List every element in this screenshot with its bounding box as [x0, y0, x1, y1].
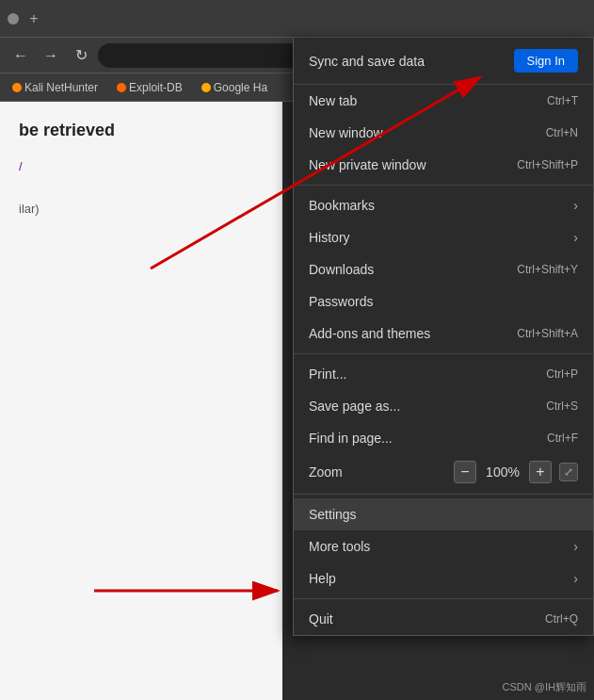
zoom-plus-button[interactable]: + [529, 461, 552, 483]
menu-item-more-tools[interactable]: More tools › [294, 530, 593, 562]
menu-item-downloads[interactable]: Downloads Ctrl+Shift+Y [294, 253, 593, 285]
menu-item-settings[interactable]: Settings [294, 498, 593, 530]
sync-label: Sync and save data [309, 54, 425, 69]
menu-item-help[interactable]: Help › [294, 562, 593, 594]
bookmark-google[interactable]: Google Ha [197, 79, 272, 96]
divider-2 [294, 353, 593, 354]
bookmark-google-icon [201, 83, 211, 92]
bookmark-kali-label: Kali NetHunter [24, 81, 98, 94]
menu-item-new-tab[interactable]: New tab Ctrl+T [294, 85, 593, 117]
tab-add[interactable]: + [24, 9, 43, 28]
help-arrow-icon: › [573, 571, 578, 586]
menu-item-bookmarks[interactable]: Bookmarks › [294, 189, 593, 221]
divider-1 [294, 185, 593, 186]
menu-item-quit[interactable]: Quit Ctrl+Q [294, 603, 593, 635]
page-content: be retrieved / ilar) [0, 102, 282, 700]
bookmarks-arrow-icon: › [573, 198, 578, 213]
back-button[interactable]: ← [8, 42, 34, 69]
menu-item-save-page[interactable]: Save page as... Ctrl+S [294, 390, 593, 422]
forward-button[interactable]: → [38, 42, 64, 69]
tab-close[interactable] [8, 13, 19, 24]
bookmark-google-label: Google Ha [214, 81, 267, 94]
zoom-minus-button[interactable]: − [454, 461, 476, 483]
menu-item-find[interactable]: Find in page... Ctrl+F [294, 422, 593, 454]
zoom-controls: − 100% + ⤢ [454, 461, 578, 483]
menu-item-addons[interactable]: Add-ons and themes Ctrl+Shift+A [294, 317, 593, 350]
menu-item-print[interactable]: Print... Ctrl+P [294, 358, 593, 390]
bookmark-exploitdb-label: Exploit-DB [129, 81, 183, 94]
menu-item-passwords[interactable]: Passwords [294, 285, 593, 317]
page-heading: be retrieved [19, 121, 264, 140]
zoom-expand-button[interactable]: ⤢ [559, 463, 578, 481]
menu-item-new-private[interactable]: New private window Ctrl+Shift+P [294, 149, 593, 181]
page-link[interactable]: / [19, 159, 264, 173]
bookmark-exploitdb-icon [117, 83, 126, 92]
menu-header: Sync and save data Sign In [294, 38, 593, 85]
bookmark-exploitdb[interactable]: Exploit-DB [112, 79, 187, 96]
zoom-value: 100% [484, 464, 522, 480]
page-text: ilar) [19, 202, 264, 216]
menu-item-history[interactable]: History › [294, 221, 593, 253]
browser-chrome: + [0, 0, 594, 38]
bookmark-kali[interactable]: Kali NetHunter [8, 79, 103, 96]
menu-item-new-window[interactable]: New window Ctrl+N [294, 117, 593, 149]
reload-button[interactable]: ↻ [68, 42, 94, 69]
more-tools-arrow-icon: › [573, 539, 578, 554]
sign-in-button[interactable]: Sign In [514, 49, 578, 73]
watermark: CSDN @IH辉知雨 [503, 680, 586, 694]
zoom-label: Zoom [309, 464, 454, 480]
history-arrow-icon: › [573, 230, 578, 245]
divider-4 [294, 598, 593, 599]
bookmark-kali-icon [12, 83, 22, 92]
divider-3 [294, 494, 593, 495]
zoom-row: Zoom − 100% + ⤢ [294, 454, 593, 490]
dropdown-menu: Sync and save data Sign In New tab Ctrl+… [293, 38, 594, 636]
